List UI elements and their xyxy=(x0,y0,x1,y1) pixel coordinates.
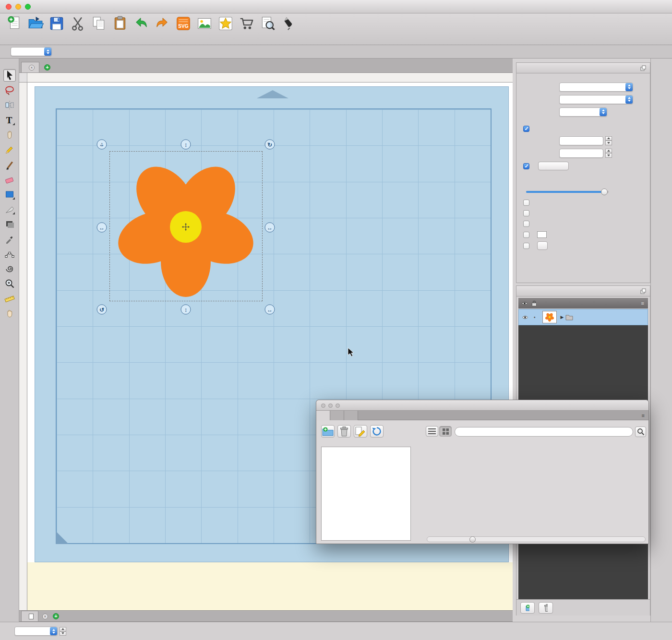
mat-size-select[interactable] xyxy=(559,83,633,92)
toolbar-cutter-button[interactable] xyxy=(278,15,300,32)
layers-menu-icon[interactable]: ≡ xyxy=(641,300,644,306)
new-project-button[interactable]: + xyxy=(44,62,53,72)
show-template-checkbox[interactable] xyxy=(523,243,529,249)
list-view-button[interactable] xyxy=(426,426,438,437)
toolbar-open-button[interactable] xyxy=(25,15,46,32)
add-layer-button[interactable] xyxy=(520,602,535,614)
layer-visibility-eye-icon[interactable] xyxy=(522,315,529,320)
eyedropper-tool[interactable] xyxy=(3,233,16,245)
minimize-window-button[interactable] xyxy=(15,4,21,10)
zoom-window-button[interactable] xyxy=(25,4,31,10)
shape-tool[interactable] xyxy=(3,188,16,201)
selection-handle-rotate-bottom-left[interactable]: ↺ xyxy=(97,305,107,315)
toolbar-library-button[interactable] xyxy=(215,15,236,32)
page-color-swatch[interactable] xyxy=(537,231,547,238)
workspace-alpha-slider[interactable] xyxy=(526,189,609,195)
library-search-input[interactable] xyxy=(455,427,633,437)
selection-handle-resize-horizontal-bottom-right[interactable]: ↔ xyxy=(265,305,275,315)
panel-popout-icon[interactable] xyxy=(640,288,646,294)
svg-text:SVG: SVG xyxy=(178,24,188,29)
library-delete-button[interactable] xyxy=(337,425,351,438)
tab-page-1[interactable] xyxy=(21,611,38,621)
knife-tool[interactable] xyxy=(3,203,16,215)
zoom-tool[interactable] xyxy=(3,277,16,290)
transform-tool[interactable] xyxy=(3,99,16,111)
toolbar-cut-button[interactable] xyxy=(67,15,88,32)
new-page-button[interactable]: + xyxy=(53,611,61,621)
show-guidelines-checkbox[interactable] xyxy=(523,163,529,169)
toolbar-redo-button[interactable] xyxy=(152,15,173,32)
layer-row-flower-2[interactable]: • ▶ xyxy=(518,309,648,325)
pan-tool[interactable] xyxy=(3,307,16,320)
subdivision-stepper[interactable] xyxy=(605,149,612,158)
delete-layer-button[interactable] xyxy=(539,602,553,614)
library-title-bar[interactable] xyxy=(316,400,648,411)
layer-disclosure-icon[interactable]: ▶ xyxy=(561,315,564,320)
svg-text:T: T xyxy=(6,115,12,125)
grid-lines-stepper[interactable] xyxy=(605,136,612,145)
panel-popout-icon[interactable] xyxy=(640,65,646,71)
lasso-tool[interactable] xyxy=(3,84,16,96)
select-tool[interactable] xyxy=(3,69,16,82)
show-print-margins-checkbox[interactable] xyxy=(523,210,529,216)
zoom-stepper[interactable] xyxy=(60,627,66,636)
handles-select[interactable] xyxy=(11,47,52,56)
library-zoom-button[interactable] xyxy=(336,403,340,408)
library-minimize-button[interactable] xyxy=(328,403,333,408)
selection-handle-resize-horizontal-right[interactable]: ↔ xyxy=(265,223,275,233)
toolbar-import-button[interactable]: SVG xyxy=(173,15,194,32)
toolbar-undo-button[interactable] xyxy=(131,15,152,32)
selection-handle-resize-vertical-bottom[interactable]: ↕ xyxy=(181,305,191,315)
selection-handle-move[interactable]: ↔↕ xyxy=(97,140,107,150)
slider-thumb[interactable] xyxy=(601,189,608,195)
node-edit-tool[interactable] xyxy=(3,248,16,260)
selection-handle-resize-vertical-top[interactable]: ↕ xyxy=(181,140,191,150)
ruler-tool[interactable] xyxy=(3,292,16,305)
scrollbar-thumb[interactable] xyxy=(469,536,476,543)
set-template-button[interactable] xyxy=(537,241,548,250)
grid-lines-input[interactable] xyxy=(559,136,603,145)
shape-grid-scrollbar[interactable] xyxy=(427,536,646,542)
close-page-icon[interactable]: × xyxy=(42,614,48,619)
zoom-select[interactable] xyxy=(14,627,58,636)
eraser-tool[interactable] xyxy=(3,173,16,186)
tab-shapes[interactable] xyxy=(316,411,330,420)
grid-view-button[interactable] xyxy=(439,426,452,437)
show-outlines-only-checkbox[interactable] xyxy=(523,200,529,206)
toolbar-preview-button[interactable] xyxy=(257,15,278,32)
library-edit-button[interactable] xyxy=(354,425,367,438)
shadow-tool[interactable] xyxy=(3,218,16,230)
show-print-margins-row xyxy=(516,208,650,218)
pencil-tool[interactable] xyxy=(3,143,16,156)
show-registration-marks-checkbox[interactable] xyxy=(523,221,529,227)
library-refresh-button[interactable] xyxy=(370,425,384,438)
toolbar-trace-button[interactable] xyxy=(194,15,215,32)
close-window-button[interactable] xyxy=(6,4,12,10)
show-grid-checkbox[interactable] xyxy=(523,126,529,132)
subdivision-input[interactable] xyxy=(559,149,603,158)
toolbar-new-button[interactable] xyxy=(4,15,25,32)
library-tab-menu-icon[interactable]: ≡ xyxy=(642,413,645,418)
tab-untitled-1[interactable]: × xyxy=(21,62,39,72)
library-search-button[interactable] xyxy=(635,427,646,437)
edit-guidelines-button[interactable] xyxy=(538,162,569,170)
units-select[interactable] xyxy=(559,107,607,117)
library-new-folder-button[interactable] xyxy=(321,425,335,438)
library-close-button[interactable] xyxy=(321,403,325,408)
layer-lock-dot[interactable]: • xyxy=(534,315,536,320)
spiral-tool[interactable] xyxy=(3,262,16,275)
toolbar-save-button[interactable] xyxy=(46,15,67,32)
orientation-select[interactable] xyxy=(559,95,633,104)
selection-handle-resize-horizontal-left[interactable]: ↔ xyxy=(97,223,107,233)
tab-fonts[interactable] xyxy=(330,411,344,420)
toolbar-copy-button[interactable] xyxy=(88,15,109,32)
tab-projects[interactable] xyxy=(344,411,358,420)
brush-tool[interactable] xyxy=(3,158,16,171)
show-page-color-checkbox[interactable] xyxy=(523,232,529,238)
selection-handle-rotate-top-right[interactable]: ↻ xyxy=(265,140,275,150)
close-tab-icon[interactable]: × xyxy=(29,65,35,71)
text-tool[interactable]: T xyxy=(3,114,16,126)
toolbar-paste-button[interactable] xyxy=(109,15,131,32)
toolbar-store-button[interactable] xyxy=(236,15,257,32)
stencil-tool[interactable] xyxy=(3,129,16,141)
